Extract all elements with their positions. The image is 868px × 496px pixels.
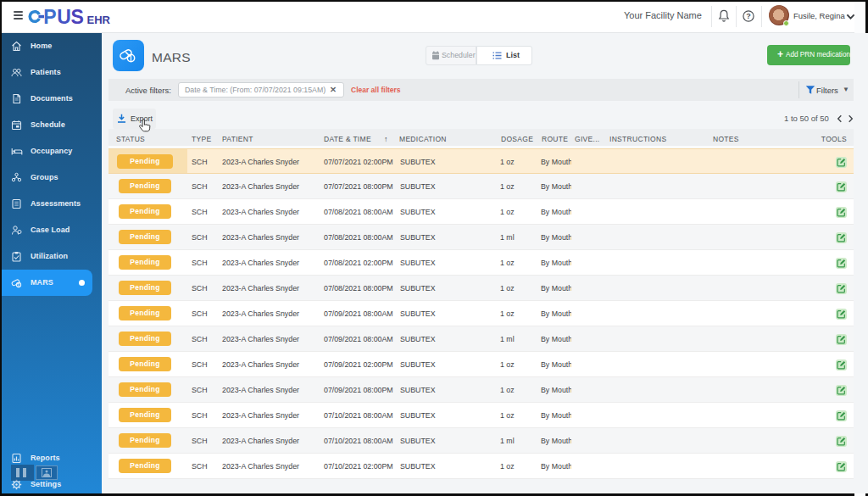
svg-text:P: P: [43, 6, 56, 28]
svg-text:S: S: [71, 6, 84, 28]
svg-text:?: ?: [746, 12, 751, 20]
svg-text:EHR: EHR: [87, 14, 111, 26]
svg-text:U: U: [57, 6, 71, 28]
